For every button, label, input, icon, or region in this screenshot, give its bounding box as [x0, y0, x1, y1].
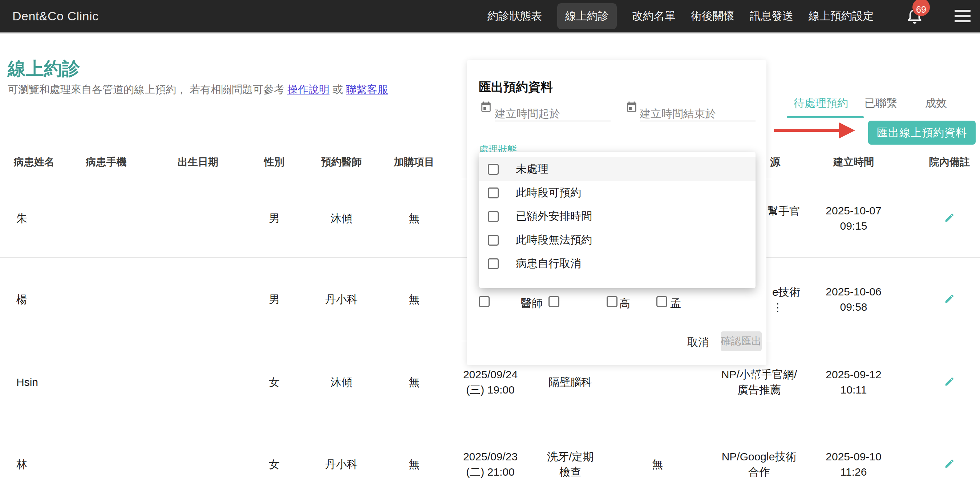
- cell-gender: 女: [269, 375, 280, 390]
- doctor-filter-checkbox[interactable]: [479, 296, 490, 307]
- col-header-patient-name: 病患姓名: [0, 155, 54, 169]
- checkbox-icon[interactable]: [488, 188, 499, 198]
- status-option-patient-cancelled[interactable]: 病患自行取消: [479, 252, 756, 275]
- checkbox-icon[interactable]: [488, 211, 499, 222]
- cell-booking-item: 洗牙/定期 檢查: [547, 449, 593, 480]
- doctor-filter-checkbox[interactable]: [606, 296, 617, 307]
- export-online-booking-data-button[interactable]: 匯出線上預約資料: [868, 121, 976, 145]
- cell-booking-time: 2025/09/24 (三) 19:00: [463, 367, 518, 398]
- cell-gender: 男: [269, 292, 280, 307]
- cell-source: NP/Google技術 合作: [722, 449, 797, 480]
- status-option-extra-time-arranged[interactable]: 已額外安排時間: [479, 205, 756, 228]
- cell-addon: 無: [409, 375, 420, 390]
- cell-created-time: 2025-09-10 11:26: [826, 449, 881, 480]
- col-header-patient-phone: 病患手機: [86, 155, 127, 169]
- date-to-underline: [640, 121, 756, 121]
- cell-created-time: 2025-10-06 09:58: [826, 284, 881, 315]
- edit-note-button[interactable]: [919, 376, 955, 388]
- nav-item-online-booking[interactable]: 線上約診: [557, 3, 617, 29]
- subtitle-text: 可瀏覽和處理來自各管道的線上預約， 若有相關問題可參考: [8, 84, 287, 95]
- cell-doctor: 沐傾: [331, 211, 352, 226]
- col-header-gender: 性別: [264, 155, 285, 169]
- cell-doctor: 丹小科: [325, 457, 358, 472]
- cell-patient-name: Hsin: [0, 375, 38, 390]
- checkbox-icon[interactable]: [488, 258, 499, 269]
- bell-icon: [906, 20, 923, 27]
- nav-item-booking-settings[interactable]: 線上預約設定: [808, 9, 874, 24]
- calendar-icon[interactable]: [625, 101, 638, 113]
- cell-doctor: 沐傾: [331, 375, 352, 390]
- cell-created-time: 2025-10-07 09:15: [826, 203, 881, 234]
- pencil-icon: [944, 382, 955, 388]
- nav-menu: 約診狀態表 線上約診 改約名單 術後關懷 訊息發送 線上預約設定 69: [487, 3, 970, 29]
- pencil-icon: [944, 464, 955, 470]
- page-title: 線上約診: [8, 57, 80, 81]
- cell-created-time: 2025-09-12 10:11: [826, 367, 881, 398]
- table-row: 林 女 丹小科 無 2025/09/23 (二) 21:00 洗牙/定期 檢查 …: [0, 424, 980, 484]
- export-dialog: 匯出預約資料 建立時間起於 建立時間結束於 處理狀態 未處理 此時段可預約: [467, 60, 767, 365]
- source-fragment-row2: e技術 ⋮: [772, 285, 800, 315]
- checkbox-icon[interactable]: [488, 164, 499, 175]
- hamburger-menu-icon[interactable]: [955, 10, 970, 22]
- cell-addon: 無: [409, 457, 420, 472]
- cell-source: NP/小幫手官網/ 廣告推薦: [721, 367, 797, 398]
- cell-booking-item: 隔壁腦科: [549, 375, 592, 390]
- confirm-export-button[interactable]: 確認匯出: [721, 331, 762, 351]
- top-nav: Dent&Co Clinic 約診狀態表 線上約診 改約名單 術後關懷 訊息發送…: [0, 0, 980, 33]
- cell-gender: 女: [269, 457, 280, 472]
- pencil-icon: [944, 299, 955, 305]
- edit-note-button[interactable]: [919, 212, 955, 224]
- col-header-doctor: 預約醫師: [321, 155, 362, 169]
- calendar-icon[interactable]: [480, 101, 492, 113]
- tab-results[interactable]: 成效: [925, 96, 947, 111]
- export-dialog-title: 匯出預約資料: [479, 79, 553, 96]
- notification-bell-button[interactable]: 69: [906, 6, 923, 25]
- app-root: Dent&Co Clinic 約診狀態表 線上約診 改約名單 術後關懷 訊息發送…: [0, 0, 980, 484]
- status-option-slot-available[interactable]: 此時段可預約: [479, 181, 756, 205]
- cell-patient-name: 林: [0, 457, 27, 472]
- edit-note-button[interactable]: [919, 458, 955, 471]
- source-fragment-row1: 幫手官: [767, 204, 800, 219]
- nav-item-message-send[interactable]: 訊息發送: [750, 9, 793, 24]
- status-option-slot-unavailable[interactable]: 此時段無法預約: [479, 228, 756, 252]
- cancel-button[interactable]: 取消: [687, 335, 709, 350]
- cell-addon: 無: [409, 292, 420, 307]
- col-header-created-time: 建立時間: [833, 155, 874, 169]
- doctor-filter-checkbox[interactable]: [656, 296, 667, 307]
- support-link[interactable]: 聯繫客服: [346, 84, 388, 95]
- nav-item-appointment-status[interactable]: 約診狀態表: [487, 9, 542, 24]
- date-from-input[interactable]: 建立時間起於: [495, 107, 560, 121]
- date-from-underline: [495, 121, 611, 121]
- pencil-icon: [944, 218, 955, 224]
- subtitle-or: 或: [329, 84, 346, 95]
- nav-item-postop-care[interactable]: 術後關懷: [691, 9, 735, 24]
- doctor-filter-checkbox[interactable]: [549, 296, 559, 307]
- help-link[interactable]: 操作說明: [287, 84, 329, 95]
- red-arrow-annotation: [772, 121, 856, 141]
- brand-logo: Dent&Co Clinic: [12, 9, 99, 23]
- doctor-filter-label: 孟: [670, 296, 681, 311]
- cell-patient-name: 楊: [0, 292, 27, 307]
- tab-contacted[interactable]: 已聯繫: [864, 96, 897, 111]
- cell-patient-name: 朱: [0, 211, 27, 226]
- status-option-unprocessed[interactable]: 未處理: [479, 157, 756, 181]
- col-header-birth-date: 出生日期: [178, 155, 218, 169]
- doctor-filter-label: 醫師: [521, 296, 542, 311]
- active-tab-underline: [787, 116, 864, 118]
- cell-request: 無: [652, 457, 663, 472]
- cell-booking-time: 2025/09/23 (二) 21:00: [463, 449, 518, 480]
- checkbox-icon[interactable]: [488, 235, 499, 246]
- cell-addon: 無: [409, 211, 420, 226]
- cell-gender: 男: [269, 211, 280, 226]
- status-dropdown-menu: 未處理 此時段可預約 已額外安排時間 此時段無法預約 病患自行取消: [479, 152, 756, 288]
- notification-badge: 69: [912, 0, 930, 16]
- date-to-input[interactable]: 建立時間結束於: [640, 107, 716, 121]
- page-subtitle: 可瀏覽和處理來自各管道的線上預約， 若有相關問題可參考 操作說明 或 聯繫客服: [8, 83, 388, 97]
- tab-pending-bookings[interactable]: 待處理預約: [794, 96, 848, 111]
- col-header-addon: 加購項目: [394, 155, 434, 169]
- nav-item-reschedule-list[interactable]: 改約名單: [632, 9, 676, 24]
- doctor-filter-label: 高: [619, 296, 630, 311]
- col-header-clinic-note: 院內備註: [904, 155, 970, 169]
- cell-doctor: 丹小科: [325, 292, 358, 307]
- edit-note-button[interactable]: [919, 293, 955, 306]
